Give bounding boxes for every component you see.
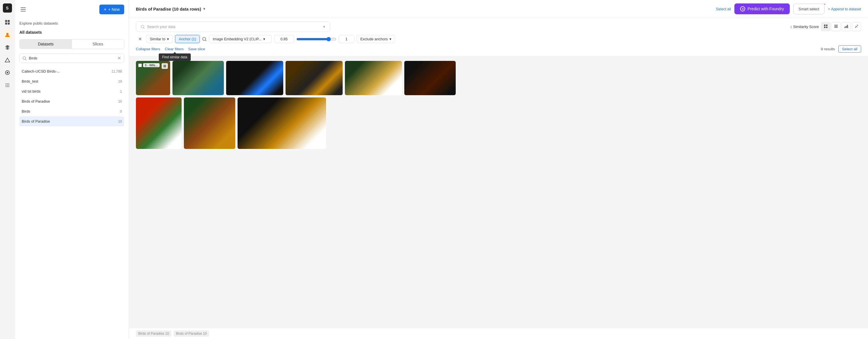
list-view-button[interactable] [832, 22, 841, 31]
similar-to-chevron-icon: ▾ [167, 37, 169, 41]
dataset-title[interactable]: Birds of Paradise (10 data rows) ▾ [136, 6, 205, 11]
model-chevron-icon: ▾ [263, 37, 265, 41]
threshold-slider[interactable] [297, 37, 336, 41]
dataset-item-vid-tst[interactable]: vid tst birds 1 [20, 86, 124, 96]
grid-image-item[interactable] [173, 61, 224, 95]
svg-point-15 [8, 86, 9, 87]
dataset-name: Birds [22, 109, 30, 113]
bottom-bar: Birds of Paradise 10 Birds of Paradise 1… [129, 328, 868, 339]
dataset-item-birds-paradise-2[interactable]: Birds of Paradise 10 [20, 116, 124, 126]
predict-icon: ⚙ [740, 6, 745, 11]
nav-triangle-icon[interactable] [2, 55, 12, 65]
app-logo: S [3, 3, 12, 12]
svg-rect-23 [826, 27, 828, 28]
dataset-item-birds-test[interactable]: Birds_test 19 [20, 76, 124, 86]
hamburger-button[interactable] [20, 6, 27, 12]
clear-filters-link[interactable]: Clear filters [165, 47, 184, 51]
exclude-chevron-icon: ▾ [390, 37, 392, 41]
append-to-dataset-button[interactable]: + Append to dataset [828, 7, 861, 11]
datasets-tab[interactable]: Datasets [20, 39, 72, 49]
dataset-count: 11,788 [111, 69, 122, 74]
grid-image-item[interactable] [345, 61, 402, 95]
nav-user-icon[interactable] [2, 30, 12, 40]
model-select[interactable]: Image Embedding V2 (CLIP... ▾ [209, 35, 272, 43]
sort-label[interactable]: ↕ Similarity Score [790, 25, 819, 29]
dataset-title-text: Birds of Paradise (10 data rows) [136, 6, 201, 11]
similar-to-select[interactable]: Similar to ▾ [146, 35, 173, 43]
select-all-header-button[interactable]: Select all [716, 7, 731, 11]
search-data-input[interactable]: Search your data ▾ [136, 22, 330, 32]
grid-image-item[interactable] [184, 97, 235, 149]
image-checkbox[interactable] [138, 63, 142, 67]
datasets-slices-tabs: Datasets Slices [20, 39, 124, 49]
model-label-text: Image Embedding V2 (CLIP... [213, 37, 261, 41]
results-count: 9 results [821, 47, 835, 51]
exclude-label-text: Exclude anchors [360, 37, 388, 41]
grid-image-item[interactable] [136, 97, 182, 149]
save-slice-link[interactable]: Save slice [188, 47, 205, 51]
slider-container [297, 37, 336, 41]
filter-close-button[interactable]: ✕ [136, 35, 144, 43]
grid-image-item[interactable] [226, 61, 283, 95]
header-actions: Select all ⚙ Predict with Foundry Smart … [716, 3, 861, 14]
grid-image-item[interactable] [285, 61, 343, 95]
svg-point-14 [7, 86, 8, 87]
nav-layers-icon[interactable] [2, 42, 12, 53]
nav-circles-icon[interactable] [2, 67, 12, 78]
smart-select-button[interactable]: Smart select [793, 4, 825, 14]
predict-with-foundry-button[interactable]: ⚙ Predict with Foundry [734, 3, 790, 14]
dataset-search-box[interactable]: ✕ [20, 53, 124, 63]
filter-top-row: Search your data ▾ ↕ Similarity Score [136, 22, 861, 32]
anchor-badge[interactable]: Anchor (1) [175, 35, 200, 43]
dataset-item-caltech[interactable]: Caltech-UCSD Birds-... 11,788 [20, 66, 124, 76]
dataset-item-birds-paradise-1[interactable]: Birds of Paradise 10 [20, 96, 124, 106]
nav-apps-icon[interactable] [2, 80, 12, 90]
svg-point-11 [7, 85, 8, 86]
svg-point-31 [856, 26, 857, 27]
dataset-name: vid tst birds [22, 89, 40, 93]
image-grid-row-2 [136, 97, 861, 149]
svg-line-36 [205, 40, 207, 41]
filter-links-row: Collapse filters Clear filters Save slic… [136, 46, 861, 53]
sort-label-text: Similarity Score [793, 25, 819, 29]
main-content: Birds of Paradise (10 data rows) ▾ Selec… [129, 0, 868, 339]
dataset-name: Caltech-UCSD Birds-... [22, 69, 60, 74]
search-clear-icon[interactable]: ✕ [117, 55, 121, 61]
svg-rect-27 [845, 27, 845, 28]
svg-point-10 [5, 85, 6, 86]
dataset-count: 10 [118, 119, 122, 123]
svg-rect-29 [847, 25, 848, 28]
similar-to-value: Similar to [150, 37, 165, 41]
new-button[interactable]: + New [99, 5, 124, 14]
svg-point-12 [8, 85, 9, 86]
collapse-filters-link[interactable]: Collapse filters [136, 47, 160, 51]
chart-view-button[interactable] [842, 22, 851, 31]
grid-image-item[interactable]: 3 - Wils... ⊞ [136, 61, 170, 95]
dataset-item-birds[interactable]: Birds 0 [20, 106, 124, 116]
slices-tab[interactable]: Slices [72, 39, 124, 49]
nav-grid-icon[interactable] [2, 17, 12, 27]
select-all-results-button[interactable]: Select all [838, 46, 861, 53]
search-filter-icon [202, 37, 207, 41]
filter-row: ✕ Similar to ▾ Anchor (1) Image Embeddin… [136, 35, 861, 43]
explore-public-datasets-link[interactable]: Explore public datasets [15, 19, 129, 28]
svg-rect-3 [8, 23, 10, 25]
image-grid: 3 - Wils... ⊞ [129, 56, 868, 328]
exclude-anchors-select[interactable]: Exclude anchors ▾ [356, 35, 395, 43]
threshold-input[interactable] [274, 35, 294, 43]
dataset-search-input[interactable] [29, 56, 115, 60]
search-icon [23, 56, 27, 60]
grid-view-button[interactable] [821, 22, 830, 31]
svg-point-13 [5, 86, 6, 87]
count-input[interactable] [339, 35, 354, 43]
scatter-view-button[interactable] [852, 22, 861, 31]
svg-line-19 [144, 28, 145, 29]
grid-image-item[interactable] [238, 97, 326, 149]
svg-point-6 [6, 72, 8, 74]
svg-line-17 [25, 59, 26, 60]
dataset-count: 10 [118, 100, 122, 104]
filter-links-left: Collapse filters Clear filters Save slic… [136, 47, 205, 51]
image-action-grid-button[interactable]: ⊞ [162, 63, 168, 69]
svg-point-32 [857, 27, 858, 27]
grid-image-item[interactable] [404, 61, 456, 95]
